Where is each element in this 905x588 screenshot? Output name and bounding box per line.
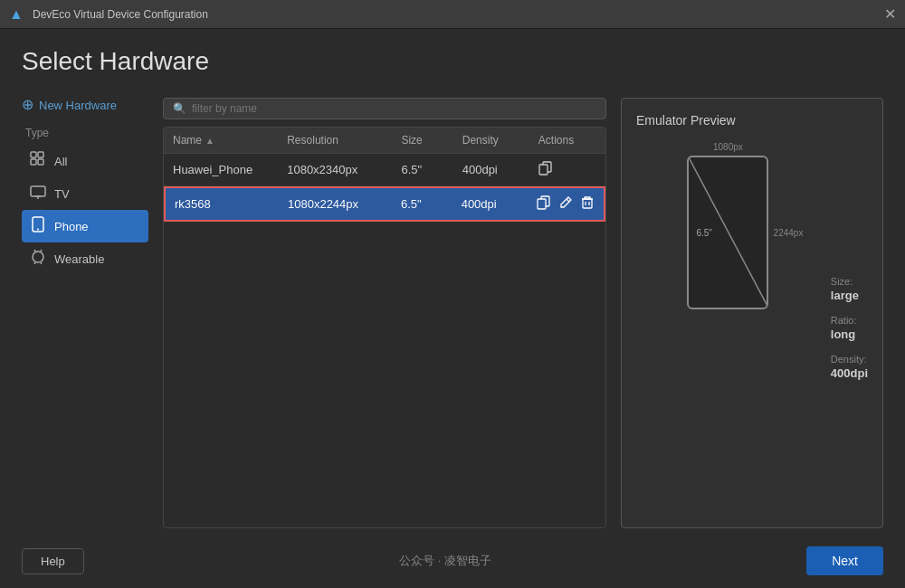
svg-rect-1 <box>38 152 43 157</box>
svg-rect-15 <box>539 165 548 175</box>
phone-icon <box>29 216 47 236</box>
row-density: 400dpi <box>452 188 528 220</box>
search-input[interactable] <box>192 102 596 115</box>
row-name: Huawei_Phone <box>164 154 278 185</box>
add-icon: ⊕ <box>22 98 33 112</box>
left-panel: ⊕ New Hardware Type All <box>22 98 148 528</box>
svg-line-10 <box>34 250 35 251</box>
sidebar-item-all-label: All <box>54 155 67 168</box>
close-icon[interactable]: ✕ <box>884 7 896 22</box>
body-layout: ⊕ New Hardware Type All <box>22 98 883 528</box>
center-panel: 🔍 Name ▲ Resolution Size Density Actions <box>163 98 606 528</box>
phone-outline: 6.5" <box>687 156 768 309</box>
sort-arrow-icon: ▲ <box>205 136 214 146</box>
row-actions <box>529 154 605 185</box>
col-header-actions: Actions <box>529 128 605 153</box>
size-spec-label: Size: <box>831 276 868 287</box>
svg-rect-0 <box>31 152 36 157</box>
svg-rect-4 <box>31 186 45 196</box>
sidebar-item-wearable[interactable]: Wearable <box>22 242 148 275</box>
table-body: Huawei_Phone 1080x2340px 6.5" 400dpi <box>164 154 605 527</box>
table-header: Name ▲ Resolution Size Density Actions <box>164 128 605 154</box>
sidebar-item-all[interactable]: All <box>22 145 148 177</box>
width-label: 1080px <box>713 142 743 152</box>
col-header-resolution: Resolution <box>278 128 392 153</box>
tv-icon <box>29 184 47 204</box>
all-icon <box>29 151 47 171</box>
search-bar: 🔍 <box>163 98 606 119</box>
sidebar-item-tv-label: TV <box>54 187 70 201</box>
search-icon: 🔍 <box>173 102 186 115</box>
svg-line-18 <box>567 199 569 202</box>
sidebar-item-tv[interactable]: TV <box>22 177 148 210</box>
title-bar-title: DevEco Virtual Device Configuration <box>33 8 208 21</box>
svg-point-8 <box>37 229 39 231</box>
row-density: 400dpi <box>453 154 529 185</box>
watermark: 公众号 · 凌智电子 <box>399 553 491 569</box>
sidebar-item-wearable-label: Wearable <box>54 252 104 266</box>
action-icons <box>537 195 595 213</box>
row-name: rk3568 <box>166 188 279 220</box>
phone-diagram: 1080px 6.5" 2244px <box>636 142 820 513</box>
next-button[interactable]: Next <box>806 546 883 575</box>
col-name-label: Name <box>173 134 202 147</box>
table-row[interactable]: rk3568 1080x2244px 6.5" 400dpi <box>164 186 605 222</box>
size-label: 6.5" <box>696 228 711 238</box>
title-bar: ▲ DevEco Virtual Device Configuration ✕ <box>0 0 905 29</box>
ratio-spec-value: long <box>831 327 868 341</box>
row-actions <box>528 188 604 220</box>
preview-body: 1080px 6.5" 2244px Size: l <box>636 142 868 513</box>
preview-panel: Emulator Preview 1080px 6.5" 2244px <box>621 98 883 528</box>
row-resolution: 1080x2340px <box>278 154 392 185</box>
edit-icon[interactable] <box>558 195 573 213</box>
svg-rect-2 <box>31 159 36 165</box>
type-section-label: Type <box>22 127 148 139</box>
page-title: Select Hardware <box>22 47 883 76</box>
svg-line-12 <box>34 262 35 264</box>
row-size: 6.5" <box>392 188 452 220</box>
density-spec: Density: 400dpi <box>831 354 868 380</box>
row-resolution: 1080x2244px <box>279 188 392 220</box>
ratio-spec: Ratio: long <box>831 315 868 341</box>
new-hardware-label: New Hardware <box>39 99 117 112</box>
svg-point-9 <box>33 251 43 262</box>
col-header-density: Density <box>453 128 529 153</box>
density-spec-label: Density: <box>831 354 868 365</box>
svg-rect-3 <box>38 159 43 165</box>
new-hardware-button[interactable]: ⊕ New Hardware <box>22 98 148 112</box>
col-header-name[interactable]: Name ▲ <box>164 128 278 153</box>
bottom-bar: Help 公众号 · 凌智电子 Next <box>22 536 883 588</box>
main-content: Select Hardware ⊕ New Hardware Type All <box>0 29 905 588</box>
title-bar-left: ▲ DevEco Virtual Device Configuration <box>9 6 208 23</box>
copy-icon[interactable] <box>538 161 553 178</box>
help-button[interactable]: Help <box>22 548 84 574</box>
row-size: 6.5" <box>392 154 452 185</box>
action-icons <box>538 161 553 178</box>
svg-line-11 <box>41 250 42 251</box>
svg-rect-19 <box>583 199 592 208</box>
density-spec-value: 400dpi <box>831 366 868 380</box>
delete-icon[interactable] <box>580 195 595 213</box>
app-logo-icon: ▲ <box>9 6 25 23</box>
size-spec-value: large <box>831 289 868 302</box>
preview-specs: Size: large Ratio: long Density: 400dpi <box>831 142 868 513</box>
preview-title: Emulator Preview <box>636 113 868 128</box>
sidebar-item-phone-label: Phone <box>54 220 89 233</box>
table-row[interactable]: Huawei_Phone 1080x2340px 6.5" 400dpi <box>164 154 605 186</box>
ratio-spec-label: Ratio: <box>831 315 868 326</box>
height-label: 2244px <box>774 228 804 238</box>
svg-line-13 <box>41 262 42 264</box>
hardware-table: Name ▲ Resolution Size Density Actions H… <box>163 127 606 528</box>
copy-icon[interactable] <box>537 195 551 213</box>
size-spec: Size: large <box>831 276 868 302</box>
sidebar-item-phone[interactable]: Phone <box>22 210 148 242</box>
svg-rect-17 <box>538 199 546 209</box>
col-header-size: Size <box>392 128 452 153</box>
wearable-icon <box>29 249 47 269</box>
